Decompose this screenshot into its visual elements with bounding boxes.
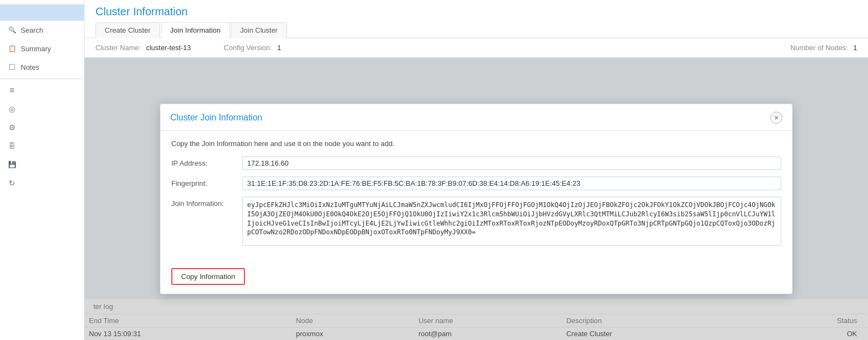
modal-header: Cluster Join Information ×: [160, 104, 792, 131]
modal-overlay: Cluster Join Information × Copy the Join…: [85, 58, 868, 340]
join-info-label: Join Information:: [171, 197, 242, 208]
sidebar-item-search[interactable]: Search: [0, 21, 84, 39]
sidebar-item-summary[interactable]: Summary: [0, 39, 84, 58]
main-content: Cluster Information Create Cluster Join …: [85, 0, 868, 340]
fingerprint-value-container: [242, 177, 781, 190]
join-info-textarea[interactable]: eyJpcEFkZHJlc3MiOiIxNzIuMTguMTYuNjAiLCJm…: [242, 197, 781, 246]
fingerprint-input[interactable]: [242, 177, 781, 190]
sidebar-item-db[interactable]: [0, 137, 84, 155]
sidebar-item-list[interactable]: [0, 81, 84, 100]
cluster-name-label: Cluster Name:: [95, 44, 141, 52]
ip-address-value-container: [242, 156, 781, 170]
cluster-info-bar: Cluster Name: cluster-test-13 Config Ver…: [85, 38, 868, 58]
sidebar-item-save[interactable]: [0, 155, 84, 174]
modal-description: Copy the Join Information here and use i…: [171, 139, 781, 148]
cluster-name-value: cluster-test-13: [146, 44, 191, 52]
search-icon: [8, 26, 16, 34]
close-icon: ×: [774, 113, 779, 122]
sidebar-item-search-label: Search: [21, 26, 43, 34]
sync-icon: [8, 179, 16, 187]
network-icon: [8, 105, 16, 113]
sidebar-item-network[interactable]: [0, 100, 84, 118]
ip-address-label: IP Address:: [171, 156, 242, 167]
modal-footer: Copy Information: [160, 263, 792, 294]
config-version-value: 1: [277, 44, 281, 52]
tab-join-information[interactable]: Join Information: [161, 22, 230, 38]
sidebar-divider: [0, 78, 84, 79]
ip-address-input[interactable]: [242, 156, 781, 170]
num-nodes-label: Number of Nodes:: [791, 44, 848, 52]
database-icon: [8, 142, 16, 150]
join-info-row: Join Information: eyJpcEFkZHJlc3MiOiIxNz…: [171, 197, 781, 247]
modal-body: Copy the Join Information here and use i…: [160, 131, 792, 263]
sidebar-item-summary-label: Summary: [21, 45, 51, 53]
sidebar-item-sync[interactable]: [0, 174, 84, 192]
tab-bar: Create Cluster Join Information Join Clu…: [95, 22, 857, 38]
ip-address-row: IP Address:: [171, 156, 781, 170]
sidebar: Search Summary Notes: [0, 0, 85, 340]
copy-information-button[interactable]: Copy Information: [171, 268, 245, 285]
sidebar-item-notes-label: Notes: [21, 63, 39, 71]
sidebar-item-gear[interactable]: [0, 118, 84, 137]
content-area: ter log End Time Node User name Descript…: [85, 58, 868, 340]
num-nodes-value: 1: [853, 44, 857, 52]
sidebar-top-bar: [0, 4, 84, 21]
notes-icon: [8, 63, 16, 71]
tab-join-cluster[interactable]: Join Cluster: [231, 22, 287, 38]
sidebar-item-notes[interactable]: Notes: [0, 58, 84, 76]
fingerprint-label: Fingerprint:: [171, 177, 242, 187]
config-version-label: Config Version:: [224, 44, 272, 52]
gear-icon: [8, 123, 16, 132]
join-info-value-container: eyJpcEFkZHJlc3MiOiIxNzIuMTguMTYuNjAiLCJm…: [242, 197, 781, 247]
summary-icon: [8, 44, 16, 53]
cluster-join-info-modal: Cluster Join Information × Copy the Join…: [160, 104, 793, 294]
page-title: Cluster Information: [95, 5, 857, 18]
modal-close-button[interactable]: ×: [770, 112, 782, 124]
save-icon: [8, 160, 16, 169]
fingerprint-row: Fingerprint:: [171, 177, 781, 190]
modal-title: Cluster Join Information: [170, 113, 262, 123]
main-header: Cluster Information Create Cluster Join …: [85, 0, 868, 38]
list-icon: [8, 86, 16, 95]
tab-create-cluster[interactable]: Create Cluster: [95, 22, 160, 38]
